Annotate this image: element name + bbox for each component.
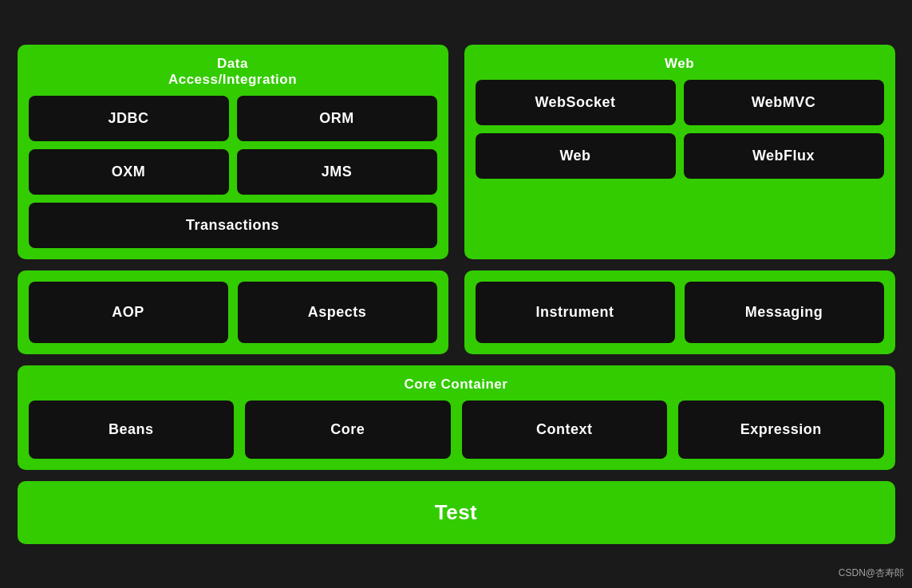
aop-box: AOP [29,282,228,343]
data-access-section: DataAccess/Integration JDBC ORM OXM JMS … [18,45,448,259]
web-box: Web [476,133,676,179]
test-section: Test [18,481,895,544]
aspects-box: Aspects [238,282,437,343]
webflux-box: WebFlux [684,133,884,179]
context-box: Context [462,401,668,459]
aop-aspects-section: AOP Aspects [18,270,448,354]
instrument-messaging-section: Instrument Messaging [464,270,895,354]
data-access-title: DataAccess/Integration [29,56,437,88]
jms-box: JMS [237,149,437,195]
messaging-box: Messaging [685,282,884,343]
web-title: Web [476,56,884,72]
watermark: CSDN@杏寿郎 [839,566,904,580]
data-access-grid-top: JDBC ORM OXM JMS [29,96,437,195]
core-container-grid: Beans Core Context Expression [29,401,884,459]
orm-box: ORM [237,96,437,141]
diagram-wrapper: DataAccess/Integration JDBC ORM OXM JMS … [18,45,895,544]
transactions-box: Transactions [29,203,437,248]
jdbc-box: JDBC [29,96,229,141]
web-grid: WebSocket WebMVC Web WebFlux [476,80,884,179]
beans-box: Beans [29,401,235,459]
oxm-box: OXM [29,149,229,195]
expression-box: Expression [678,401,884,459]
websocket-box: WebSocket [476,80,676,125]
webmvc-box: WebMVC [684,80,884,125]
row-top: DataAccess/Integration JDBC ORM OXM JMS … [18,45,895,259]
instrument-box: Instrument [476,282,675,343]
core-container-title: Core Container [29,377,884,393]
core-container-section: Core Container Beans Core Context Expres… [18,365,895,470]
row-middle: AOP Aspects Instrument Messaging [18,270,895,354]
core-box: Core [245,401,451,459]
test-title: Test [29,500,884,525]
web-section: Web WebSocket WebMVC Web WebFlux [464,45,895,259]
